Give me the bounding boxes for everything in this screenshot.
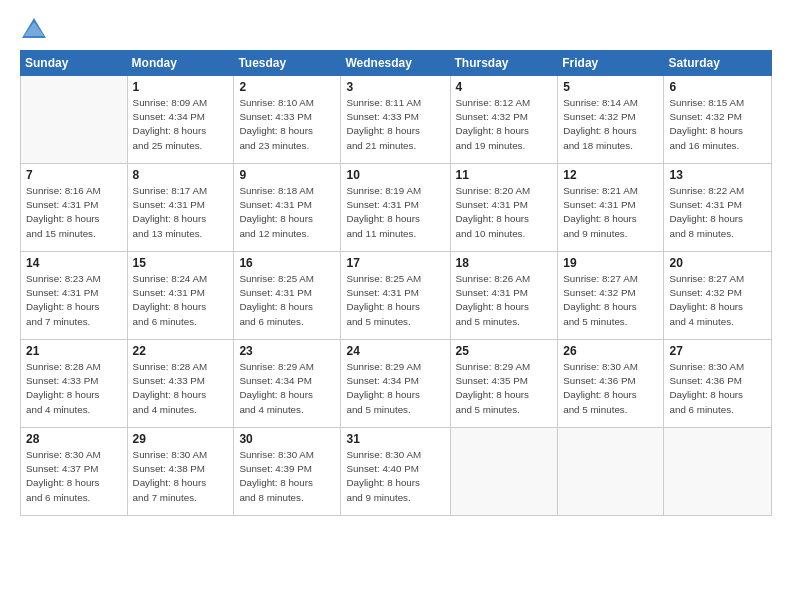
calendar-table: SundayMondayTuesdayWednesdayThursdayFrid… — [20, 50, 772, 516]
calendar-body: 1Sunrise: 8:09 AM Sunset: 4:34 PM Daylig… — [21, 76, 772, 516]
day-number: 21 — [26, 344, 122, 358]
calendar-cell: 3Sunrise: 8:11 AM Sunset: 4:33 PM Daylig… — [341, 76, 450, 164]
day-number: 30 — [239, 432, 335, 446]
day-info: Sunrise: 8:12 AM Sunset: 4:32 PM Dayligh… — [456, 96, 553, 153]
day-number: 26 — [563, 344, 658, 358]
day-number: 11 — [456, 168, 553, 182]
calendar-cell: 17Sunrise: 8:25 AM Sunset: 4:31 PM Dayli… — [341, 252, 450, 340]
calendar-cell: 16Sunrise: 8:25 AM Sunset: 4:31 PM Dayli… — [234, 252, 341, 340]
day-info: Sunrise: 8:29 AM Sunset: 4:34 PM Dayligh… — [239, 360, 335, 417]
day-number: 18 — [456, 256, 553, 270]
day-info: Sunrise: 8:30 AM Sunset: 4:38 PM Dayligh… — [133, 448, 229, 505]
day-number: 16 — [239, 256, 335, 270]
calendar-cell — [450, 428, 558, 516]
col-header-monday: Monday — [127, 51, 234, 76]
day-number: 23 — [239, 344, 335, 358]
calendar-cell: 13Sunrise: 8:22 AM Sunset: 4:31 PM Dayli… — [664, 164, 772, 252]
col-header-saturday: Saturday — [664, 51, 772, 76]
calendar-cell: 29Sunrise: 8:30 AM Sunset: 4:38 PM Dayli… — [127, 428, 234, 516]
day-number: 14 — [26, 256, 122, 270]
calendar-week-3: 21Sunrise: 8:28 AM Sunset: 4:33 PM Dayli… — [21, 340, 772, 428]
calendar-week-1: 7Sunrise: 8:16 AM Sunset: 4:31 PM Daylig… — [21, 164, 772, 252]
day-info: Sunrise: 8:21 AM Sunset: 4:31 PM Dayligh… — [563, 184, 658, 241]
logo — [20, 16, 52, 40]
day-info: Sunrise: 8:15 AM Sunset: 4:32 PM Dayligh… — [669, 96, 766, 153]
calendar-week-4: 28Sunrise: 8:30 AM Sunset: 4:37 PM Dayli… — [21, 428, 772, 516]
day-number: 1 — [133, 80, 229, 94]
calendar-cell — [558, 428, 664, 516]
day-info: Sunrise: 8:09 AM Sunset: 4:34 PM Dayligh… — [133, 96, 229, 153]
calendar-cell — [21, 76, 128, 164]
day-number: 5 — [563, 80, 658, 94]
day-info: Sunrise: 8:24 AM Sunset: 4:31 PM Dayligh… — [133, 272, 229, 329]
day-info: Sunrise: 8:20 AM Sunset: 4:31 PM Dayligh… — [456, 184, 553, 241]
day-info: Sunrise: 8:30 AM Sunset: 4:36 PM Dayligh… — [563, 360, 658, 417]
calendar-week-0: 1Sunrise: 8:09 AM Sunset: 4:34 PM Daylig… — [21, 76, 772, 164]
day-info: Sunrise: 8:22 AM Sunset: 4:31 PM Dayligh… — [669, 184, 766, 241]
day-info: Sunrise: 8:10 AM Sunset: 4:33 PM Dayligh… — [239, 96, 335, 153]
day-info: Sunrise: 8:25 AM Sunset: 4:31 PM Dayligh… — [346, 272, 444, 329]
calendar-cell: 18Sunrise: 8:26 AM Sunset: 4:31 PM Dayli… — [450, 252, 558, 340]
day-number: 31 — [346, 432, 444, 446]
col-header-sunday: Sunday — [21, 51, 128, 76]
calendar-cell: 22Sunrise: 8:28 AM Sunset: 4:33 PM Dayli… — [127, 340, 234, 428]
header — [20, 16, 772, 40]
calendar-cell: 24Sunrise: 8:29 AM Sunset: 4:34 PM Dayli… — [341, 340, 450, 428]
day-number: 7 — [26, 168, 122, 182]
day-info: Sunrise: 8:11 AM Sunset: 4:33 PM Dayligh… — [346, 96, 444, 153]
calendar-header: SundayMondayTuesdayWednesdayThursdayFrid… — [21, 51, 772, 76]
day-number: 6 — [669, 80, 766, 94]
calendar-cell: 30Sunrise: 8:30 AM Sunset: 4:39 PM Dayli… — [234, 428, 341, 516]
page-container: SundayMondayTuesdayWednesdayThursdayFrid… — [0, 0, 792, 612]
day-info: Sunrise: 8:30 AM Sunset: 4:39 PM Dayligh… — [239, 448, 335, 505]
calendar-cell — [664, 428, 772, 516]
day-number: 13 — [669, 168, 766, 182]
day-number: 19 — [563, 256, 658, 270]
calendar-cell: 1Sunrise: 8:09 AM Sunset: 4:34 PM Daylig… — [127, 76, 234, 164]
calendar-week-2: 14Sunrise: 8:23 AM Sunset: 4:31 PM Dayli… — [21, 252, 772, 340]
day-info: Sunrise: 8:30 AM Sunset: 4:36 PM Dayligh… — [669, 360, 766, 417]
calendar-cell: 31Sunrise: 8:30 AM Sunset: 4:40 PM Dayli… — [341, 428, 450, 516]
day-info: Sunrise: 8:28 AM Sunset: 4:33 PM Dayligh… — [133, 360, 229, 417]
day-number: 28 — [26, 432, 122, 446]
day-info: Sunrise: 8:29 AM Sunset: 4:34 PM Dayligh… — [346, 360, 444, 417]
calendar-cell: 5Sunrise: 8:14 AM Sunset: 4:32 PM Daylig… — [558, 76, 664, 164]
col-header-tuesday: Tuesday — [234, 51, 341, 76]
day-info: Sunrise: 8:25 AM Sunset: 4:31 PM Dayligh… — [239, 272, 335, 329]
day-number: 25 — [456, 344, 553, 358]
calendar-cell: 19Sunrise: 8:27 AM Sunset: 4:32 PM Dayli… — [558, 252, 664, 340]
day-info: Sunrise: 8:28 AM Sunset: 4:33 PM Dayligh… — [26, 360, 122, 417]
day-info: Sunrise: 8:16 AM Sunset: 4:31 PM Dayligh… — [26, 184, 122, 241]
col-header-friday: Friday — [558, 51, 664, 76]
calendar-cell: 8Sunrise: 8:17 AM Sunset: 4:31 PM Daylig… — [127, 164, 234, 252]
day-number: 8 — [133, 168, 229, 182]
calendar-cell: 28Sunrise: 8:30 AM Sunset: 4:37 PM Dayli… — [21, 428, 128, 516]
day-number: 12 — [563, 168, 658, 182]
day-number: 27 — [669, 344, 766, 358]
day-info: Sunrise: 8:19 AM Sunset: 4:31 PM Dayligh… — [346, 184, 444, 241]
header-row: SundayMondayTuesdayWednesdayThursdayFrid… — [21, 51, 772, 76]
calendar-cell: 6Sunrise: 8:15 AM Sunset: 4:32 PM Daylig… — [664, 76, 772, 164]
calendar-cell: 25Sunrise: 8:29 AM Sunset: 4:35 PM Dayli… — [450, 340, 558, 428]
day-number: 2 — [239, 80, 335, 94]
day-number: 4 — [456, 80, 553, 94]
calendar-cell: 7Sunrise: 8:16 AM Sunset: 4:31 PM Daylig… — [21, 164, 128, 252]
calendar-cell: 20Sunrise: 8:27 AM Sunset: 4:32 PM Dayli… — [664, 252, 772, 340]
day-number: 22 — [133, 344, 229, 358]
calendar-cell: 21Sunrise: 8:28 AM Sunset: 4:33 PM Dayli… — [21, 340, 128, 428]
calendar-cell: 2Sunrise: 8:10 AM Sunset: 4:33 PM Daylig… — [234, 76, 341, 164]
day-info: Sunrise: 8:23 AM Sunset: 4:31 PM Dayligh… — [26, 272, 122, 329]
day-number: 15 — [133, 256, 229, 270]
calendar-cell: 10Sunrise: 8:19 AM Sunset: 4:31 PM Dayli… — [341, 164, 450, 252]
calendar-cell: 9Sunrise: 8:18 AM Sunset: 4:31 PM Daylig… — [234, 164, 341, 252]
svg-marker-1 — [24, 22, 44, 36]
day-info: Sunrise: 8:30 AM Sunset: 4:37 PM Dayligh… — [26, 448, 122, 505]
calendar-cell: 14Sunrise: 8:23 AM Sunset: 4:31 PM Dayli… — [21, 252, 128, 340]
calendar-cell: 27Sunrise: 8:30 AM Sunset: 4:36 PM Dayli… — [664, 340, 772, 428]
calendar-cell: 26Sunrise: 8:30 AM Sunset: 4:36 PM Dayli… — [558, 340, 664, 428]
day-number: 29 — [133, 432, 229, 446]
logo-icon — [20, 16, 48, 40]
day-number: 9 — [239, 168, 335, 182]
day-info: Sunrise: 8:14 AM Sunset: 4:32 PM Dayligh… — [563, 96, 658, 153]
day-number: 20 — [669, 256, 766, 270]
